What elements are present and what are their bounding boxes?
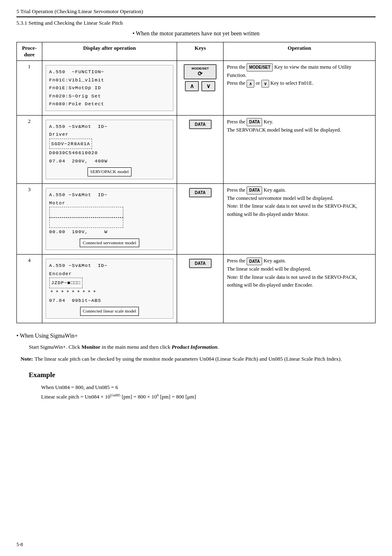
down-arrow-key: ∨ [201,81,215,91]
keys-cell-2: DATA [177,115,224,183]
operation-cell-4: Press the DATA Key again. The linear sca… [224,255,376,323]
keys-cell-1: MODE/SET ⟳ ∧ ∨ [177,61,224,116]
procedure-table: Proce-dure Display after operation Keys … [16,42,376,323]
example-content: When Un084 = 800, and Un085 = 6 Linear s… [41,382,376,402]
example-section: Example When Un084 = 800, and Un085 = 6 … [16,371,376,402]
display-cell-1: A.550 −FUNCTION− Fn01C:Vibl_vllmit Fn01E… [42,61,177,116]
data-key-inline-4: DATA [247,257,262,266]
data-key-4: DATA [189,259,212,268]
note-text: The linear scale pitch can be checked by… [35,355,342,364]
linear-scale-label: Connected linear scale model [80,307,139,316]
table-row: 3 A.550 −Sv&Mot ID− Motor 00.00 100V, W … [17,184,376,255]
display-cell-4: A.550 −Sv&Mot ID− Encoder JZDP−■□□□ ＊＊＊＊… [42,255,177,323]
modeset-key: MODE/SET ⟳ [184,64,217,79]
display-cell-3: A.550 −Sv&Mot ID− Motor 00.00 100V, W Co… [42,184,177,255]
modeset-key-inline: MODE/SET [247,63,273,72]
example-line2: Linear scale pitch = Un084 × 10Un085 [pm… [41,392,376,402]
down-key-inline: ∨ [261,80,269,88]
table-row: 1 A.550 −FUNCTION− Fn01C:Vibl_vllmit Fn0… [17,61,376,116]
table-row: 4 A.550 −Sv&Mot ID− Encoder JZDP−■□□□ ＊＊… [17,255,376,323]
keys-cell-3: DATA [177,184,224,255]
section-title: 5.3.1 Setting and Checking the Linear Sc… [16,20,376,26]
table-row: 2 A.550 −Sv&Mot ID− Driver SGDV−2R8A01A … [17,115,376,183]
up-key-inline: ∧ [247,80,254,88]
row-num-2: 2 [17,115,42,183]
operation-cell-2: Press the DATA Key. The SERVOPACK model … [224,115,376,183]
row-num-4: 4 [17,255,42,323]
data-key-inline-3: DATA [247,186,262,195]
col-header-keys: Keys [177,42,224,61]
display-panel-4: A.550 −Sv&Mot ID− Encoder JZDP−■□□□ ＊＊＊＊… [46,259,174,318]
example-line1: When Un084 = 800, and Un085 = 6 [41,382,376,392]
operation-cell-1: Press the MODE/SET Key to view the main … [224,61,376,116]
operation-cell-3: Press the DATA Key again. The connected … [224,184,376,255]
servopack-label: SERVOPACK model [88,167,132,176]
page-number: 5-8 [16,542,23,548]
chapter-title: 5 Trial Operation (Checking Linear Servo… [16,8,376,15]
display-cell-2: A.550 −Sv&Mot ID− Driver SGDV−2R8A01A D0… [42,115,177,183]
data-key-2: DATA [189,120,212,129]
col-header-display: Display after operation [42,42,177,61]
note-label: Note: [21,355,33,364]
bullet-heading-1: • When the motor parameters have not yet… [16,30,376,37]
servopack-model-dashed: SGDV−2R8A01A [49,139,92,149]
col-header-procedure: Proce-dure [17,42,42,61]
display-panel-3: A.550 −Sv&Mot ID− Motor 00.00 100V, W Co… [46,188,174,250]
example-title: Example [29,371,376,379]
display-panel-1: A.550 −FUNCTION− Fn01C:Vibl_vllmit Fn01E… [46,65,174,111]
data-key-3: DATA [189,188,212,197]
display-panel-2: A.550 −Sv&Mot ID− Driver SGDV−2R8A01A D0… [46,120,174,179]
col-header-operation: Operation [224,42,376,61]
data-key-inline-2: DATA [247,118,262,126]
note-line: Note: The linear scale pitch can be chec… [21,355,376,364]
row-num-3: 3 [17,184,42,255]
keys-cell-4: DATA [177,255,224,323]
servomotor-label: Connected servomotor model [80,239,139,248]
motor-model-dashed2 [49,218,123,228]
up-arrow-key: ∧ [185,81,199,91]
sigmawin-description: Start SigmaWin+. Click Monitor in the ma… [29,343,376,352]
encoder-model-dashed: JZDP−■□□□ [49,278,83,288]
bullet-heading-2: • When Using SigmaWin+ [16,331,376,341]
sigmawin-section: • When Using SigmaWin+ Start SigmaWin+. … [16,331,376,364]
motor-model-dashed [49,207,123,218]
row-num-1: 1 [17,61,42,116]
